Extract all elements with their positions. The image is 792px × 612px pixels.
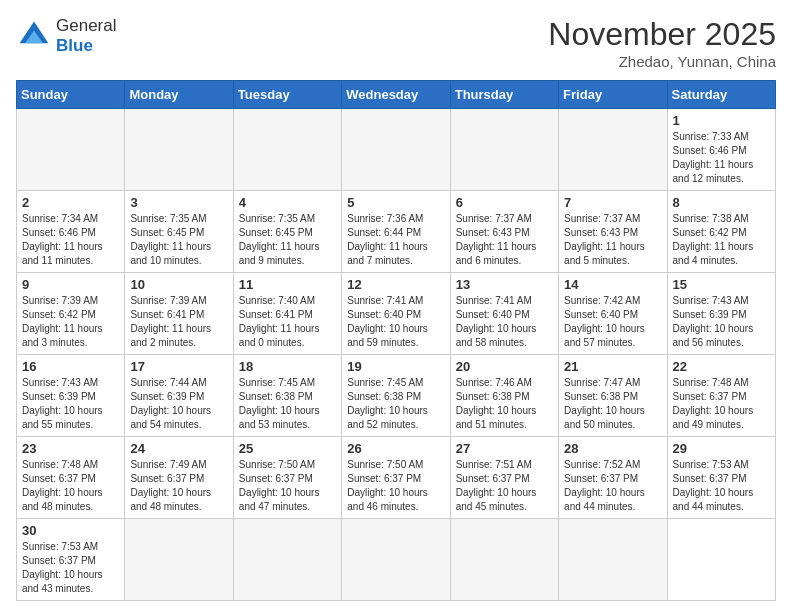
day-number: 10 <box>130 277 227 292</box>
day-number: 1 <box>673 113 770 128</box>
day-number: 24 <box>130 441 227 456</box>
day-info: Sunrise: 7:53 AM Sunset: 6:37 PM Dayligh… <box>22 540 119 596</box>
title-block: November 2025 Zhedao, Yunnan, China <box>548 16 776 70</box>
calendar-cell: 30Sunrise: 7:53 AM Sunset: 6:37 PM Dayli… <box>17 519 125 601</box>
calendar-cell: 18Sunrise: 7:45 AM Sunset: 6:38 PM Dayli… <box>233 355 341 437</box>
day-info: Sunrise: 7:48 AM Sunset: 6:37 PM Dayligh… <box>673 376 770 432</box>
day-info: Sunrise: 7:44 AM Sunset: 6:39 PM Dayligh… <box>130 376 227 432</box>
day-number: 12 <box>347 277 444 292</box>
calendar-cell: 6Sunrise: 7:37 AM Sunset: 6:43 PM Daylig… <box>450 191 558 273</box>
calendar-cell: 8Sunrise: 7:38 AM Sunset: 6:42 PM Daylig… <box>667 191 775 273</box>
day-number: 28 <box>564 441 661 456</box>
weekday-header-sunday: Sunday <box>17 81 125 109</box>
day-info: Sunrise: 7:41 AM Sunset: 6:40 PM Dayligh… <box>347 294 444 350</box>
calendar-cell: 11Sunrise: 7:40 AM Sunset: 6:41 PM Dayli… <box>233 273 341 355</box>
day-info: Sunrise: 7:53 AM Sunset: 6:37 PM Dayligh… <box>673 458 770 514</box>
day-number: 8 <box>673 195 770 210</box>
calendar-row: 30Sunrise: 7:53 AM Sunset: 6:37 PM Dayli… <box>17 519 776 601</box>
day-info: Sunrise: 7:40 AM Sunset: 6:41 PM Dayligh… <box>239 294 336 350</box>
calendar-cell <box>559 109 667 191</box>
calendar-cell: 10Sunrise: 7:39 AM Sunset: 6:41 PM Dayli… <box>125 273 233 355</box>
logo: General Blue <box>16 16 116 56</box>
day-number: 30 <box>22 523 119 538</box>
day-number: 18 <box>239 359 336 374</box>
location: Zhedao, Yunnan, China <box>548 53 776 70</box>
calendar-cell <box>125 109 233 191</box>
day-number: 9 <box>22 277 119 292</box>
day-number: 17 <box>130 359 227 374</box>
calendar-cell: 9Sunrise: 7:39 AM Sunset: 6:42 PM Daylig… <box>17 273 125 355</box>
weekday-header-row: SundayMondayTuesdayWednesdayThursdayFrid… <box>17 81 776 109</box>
weekday-header-saturday: Saturday <box>667 81 775 109</box>
calendar-cell <box>559 519 667 601</box>
day-info: Sunrise: 7:37 AM Sunset: 6:43 PM Dayligh… <box>564 212 661 268</box>
calendar-cell <box>342 519 450 601</box>
day-number: 7 <box>564 195 661 210</box>
day-info: Sunrise: 7:49 AM Sunset: 6:37 PM Dayligh… <box>130 458 227 514</box>
calendar-cell <box>125 519 233 601</box>
calendar-row: 23Sunrise: 7:48 AM Sunset: 6:37 PM Dayli… <box>17 437 776 519</box>
calendar-cell: 7Sunrise: 7:37 AM Sunset: 6:43 PM Daylig… <box>559 191 667 273</box>
day-info: Sunrise: 7:35 AM Sunset: 6:45 PM Dayligh… <box>239 212 336 268</box>
day-number: 3 <box>130 195 227 210</box>
day-info: Sunrise: 7:34 AM Sunset: 6:46 PM Dayligh… <box>22 212 119 268</box>
day-number: 4 <box>239 195 336 210</box>
calendar-cell: 23Sunrise: 7:48 AM Sunset: 6:37 PM Dayli… <box>17 437 125 519</box>
day-info: Sunrise: 7:48 AM Sunset: 6:37 PM Dayligh… <box>22 458 119 514</box>
day-number: 16 <box>22 359 119 374</box>
calendar-cell: 27Sunrise: 7:51 AM Sunset: 6:37 PM Dayli… <box>450 437 558 519</box>
calendar-cell: 3Sunrise: 7:35 AM Sunset: 6:45 PM Daylig… <box>125 191 233 273</box>
calendar-row: 2Sunrise: 7:34 AM Sunset: 6:46 PM Daylig… <box>17 191 776 273</box>
day-info: Sunrise: 7:51 AM Sunset: 6:37 PM Dayligh… <box>456 458 553 514</box>
weekday-header-thursday: Thursday <box>450 81 558 109</box>
day-info: Sunrise: 7:45 AM Sunset: 6:38 PM Dayligh… <box>239 376 336 432</box>
day-info: Sunrise: 7:39 AM Sunset: 6:41 PM Dayligh… <box>130 294 227 350</box>
calendar-cell: 13Sunrise: 7:41 AM Sunset: 6:40 PM Dayli… <box>450 273 558 355</box>
calendar-cell <box>233 109 341 191</box>
calendar-cell: 26Sunrise: 7:50 AM Sunset: 6:37 PM Dayli… <box>342 437 450 519</box>
weekday-header-wednesday: Wednesday <box>342 81 450 109</box>
calendar-row: 9Sunrise: 7:39 AM Sunset: 6:42 PM Daylig… <box>17 273 776 355</box>
day-info: Sunrise: 7:41 AM Sunset: 6:40 PM Dayligh… <box>456 294 553 350</box>
day-info: Sunrise: 7:43 AM Sunset: 6:39 PM Dayligh… <box>22 376 119 432</box>
calendar-row: 16Sunrise: 7:43 AM Sunset: 6:39 PM Dayli… <box>17 355 776 437</box>
calendar-cell: 15Sunrise: 7:43 AM Sunset: 6:39 PM Dayli… <box>667 273 775 355</box>
calendar-cell: 17Sunrise: 7:44 AM Sunset: 6:39 PM Dayli… <box>125 355 233 437</box>
calendar-cell: 5Sunrise: 7:36 AM Sunset: 6:44 PM Daylig… <box>342 191 450 273</box>
calendar-cell: 24Sunrise: 7:49 AM Sunset: 6:37 PM Dayli… <box>125 437 233 519</box>
calendar-cell <box>342 109 450 191</box>
day-number: 26 <box>347 441 444 456</box>
day-number: 11 <box>239 277 336 292</box>
calendar-cell: 14Sunrise: 7:42 AM Sunset: 6:40 PM Dayli… <box>559 273 667 355</box>
day-info: Sunrise: 7:42 AM Sunset: 6:40 PM Dayligh… <box>564 294 661 350</box>
calendar: SundayMondayTuesdayWednesdayThursdayFrid… <box>16 80 776 601</box>
day-number: 21 <box>564 359 661 374</box>
calendar-cell: 1Sunrise: 7:33 AM Sunset: 6:46 PM Daylig… <box>667 109 775 191</box>
day-number: 22 <box>673 359 770 374</box>
calendar-cell: 2Sunrise: 7:34 AM Sunset: 6:46 PM Daylig… <box>17 191 125 273</box>
calendar-cell: 25Sunrise: 7:50 AM Sunset: 6:37 PM Dayli… <box>233 437 341 519</box>
day-number: 6 <box>456 195 553 210</box>
calendar-cell: 22Sunrise: 7:48 AM Sunset: 6:37 PM Dayli… <box>667 355 775 437</box>
day-number: 15 <box>673 277 770 292</box>
calendar-cell <box>450 519 558 601</box>
calendar-cell <box>450 109 558 191</box>
day-number: 2 <box>22 195 119 210</box>
day-info: Sunrise: 7:50 AM Sunset: 6:37 PM Dayligh… <box>347 458 444 514</box>
logo-icon <box>16 18 52 54</box>
day-info: Sunrise: 7:33 AM Sunset: 6:46 PM Dayligh… <box>673 130 770 186</box>
calendar-cell: 4Sunrise: 7:35 AM Sunset: 6:45 PM Daylig… <box>233 191 341 273</box>
calendar-cell: 29Sunrise: 7:53 AM Sunset: 6:37 PM Dayli… <box>667 437 775 519</box>
month-title: November 2025 <box>548 16 776 53</box>
calendar-cell: 16Sunrise: 7:43 AM Sunset: 6:39 PM Dayli… <box>17 355 125 437</box>
calendar-row: 1Sunrise: 7:33 AM Sunset: 6:46 PM Daylig… <box>17 109 776 191</box>
day-number: 23 <box>22 441 119 456</box>
day-info: Sunrise: 7:37 AM Sunset: 6:43 PM Dayligh… <box>456 212 553 268</box>
day-info: Sunrise: 7:47 AM Sunset: 6:38 PM Dayligh… <box>564 376 661 432</box>
weekday-header-monday: Monday <box>125 81 233 109</box>
calendar-cell: 19Sunrise: 7:45 AM Sunset: 6:38 PM Dayli… <box>342 355 450 437</box>
day-number: 13 <box>456 277 553 292</box>
day-info: Sunrise: 7:35 AM Sunset: 6:45 PM Dayligh… <box>130 212 227 268</box>
day-number: 29 <box>673 441 770 456</box>
day-info: Sunrise: 7:50 AM Sunset: 6:37 PM Dayligh… <box>239 458 336 514</box>
